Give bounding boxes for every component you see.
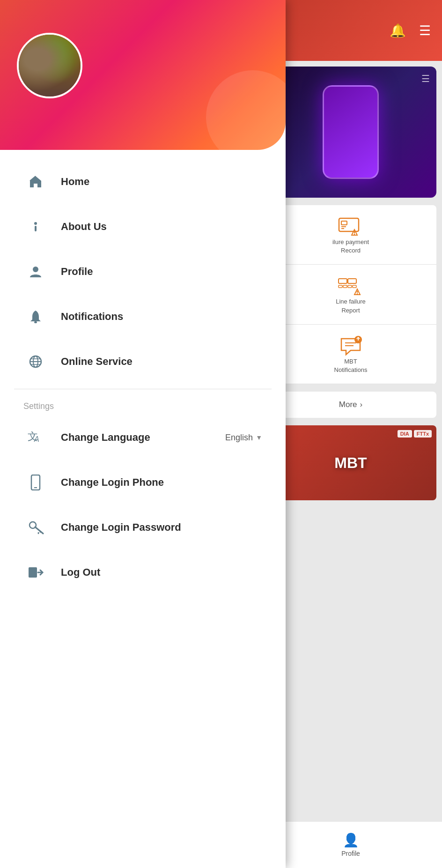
avatar-image <box>19 35 81 96</box>
profile-icon <box>23 260 48 284</box>
logout-icon <box>23 560 48 585</box>
right-panel: 🔔 ☰ ☰ ilure paymentRecord <box>259 0 442 868</box>
phone-visual <box>323 85 379 179</box>
hamburger-icon-header[interactable]: ☰ <box>419 23 431 38</box>
settings-item-phone[interactable]: Change Login Phone <box>0 460 286 505</box>
notifications-icon <box>23 304 48 329</box>
profile-nav-label[interactable]: Profile <box>341 850 360 857</box>
failure-payment-label: ilure paymentRecord <box>332 238 369 255</box>
svg-rect-6 <box>339 279 347 283</box>
settings-label-language: Change Language <box>61 431 225 444</box>
phone-icon <box>23 470 48 495</box>
svg-point-19 <box>33 267 38 272</box>
svg-rect-11 <box>353 285 356 288</box>
password-icon <box>23 515 48 540</box>
nav-item-online-service[interactable]: Online Service <box>0 339 286 384</box>
service-failure-payment[interactable]: ilure paymentRecord <box>265 205 436 265</box>
drawer-nav: Home About Us Profile <box>0 150 286 604</box>
profile-nav-icon[interactable]: 👤 <box>343 832 359 848</box>
svg-rect-1 <box>341 221 347 225</box>
home-icon <box>23 170 48 194</box>
svg-rect-9 <box>348 279 356 283</box>
about-icon <box>23 215 48 239</box>
bottom-nav: 👤 Profile <box>259 821 442 868</box>
language-dropdown-icon[interactable]: ▼ <box>256 434 262 441</box>
bell-icon-header[interactable]: 🔔 <box>390 23 406 38</box>
nav-item-notifications[interactable]: Notifications <box>0 294 286 339</box>
service-line-failure[interactable]: Line failureReport <box>265 265 436 324</box>
settings-label-phone: Change Login Phone <box>61 476 262 489</box>
more-label: More <box>339 400 357 409</box>
nav-label-notifications: Notifications <box>61 311 123 323</box>
svg-rect-20 <box>34 321 37 323</box>
nav-item-about[interactable]: About Us <box>0 204 286 249</box>
banner-menu-icon: ☰ <box>421 73 430 84</box>
banner-card: ☰ <box>265 67 436 198</box>
nav-label-online-service: Online Service <box>61 356 133 368</box>
settings-item-language[interactable]: 文 A Change Language English ▼ <box>0 415 286 460</box>
promo-banner: DIA FTTx MBT <box>265 425 436 500</box>
service-mbt-notifications[interactable]: MBTNotifications <box>265 325 436 384</box>
svg-rect-34 <box>29 567 37 578</box>
svg-point-13 <box>357 293 358 294</box>
nav-divider <box>14 389 272 389</box>
svg-line-31 <box>35 527 43 534</box>
nav-item-home[interactable]: Home <box>0 159 286 204</box>
more-button[interactable]: More › <box>265 392 436 418</box>
svg-rect-10 <box>348 285 352 288</box>
svg-rect-18 <box>35 226 37 231</box>
svg-point-5 <box>354 234 355 235</box>
settings-label: Settings <box>0 394 286 415</box>
language-value: English ▼ <box>225 433 262 443</box>
service-grid: ilure paymentRecord Line failureReport <box>265 205 436 384</box>
settings-item-password[interactable]: Change Login Password <box>0 505 286 550</box>
tag-fttx: FTTx <box>414 430 432 438</box>
settings-label-password: Change Login Password <box>61 521 262 534</box>
failure-payment-icon <box>337 215 365 238</box>
settings-label-logout: Log Out <box>61 566 262 579</box>
line-failure-icon <box>337 274 365 297</box>
language-icon: 文 A <box>23 425 48 450</box>
nav-label-profile: Profile <box>61 266 93 278</box>
promo-logo: MBT <box>334 454 367 472</box>
nav-label-home: Home <box>61 176 89 188</box>
mbt-notifications-label: MBTNotifications <box>334 357 368 374</box>
svg-rect-8 <box>343 285 347 288</box>
tag-dia: DIA <box>398 430 412 438</box>
mbt-notifications-icon <box>337 334 365 357</box>
svg-text:A: A <box>34 435 39 443</box>
avatar <box>17 33 82 98</box>
right-header: 🔔 ☰ <box>259 0 442 61</box>
language-text: English <box>225 433 253 443</box>
svg-point-17 <box>34 222 37 225</box>
settings-item-logout[interactable]: Log Out <box>0 550 286 595</box>
online-service-icon <box>23 349 48 374</box>
line-failure-label: Line failureReport <box>336 297 366 314</box>
nav-item-profile[interactable]: Profile <box>0 249 286 294</box>
drawer-header <box>0 0 286 150</box>
right-content: ☰ ilure paymentRecord <box>259 61 442 506</box>
drawer: Home About Us Profile <box>0 0 286 868</box>
promo-tags: DIA FTTx <box>398 430 432 438</box>
svg-rect-7 <box>339 285 342 288</box>
nav-label-about: About Us <box>61 221 107 233</box>
more-arrow-icon: › <box>360 400 363 409</box>
